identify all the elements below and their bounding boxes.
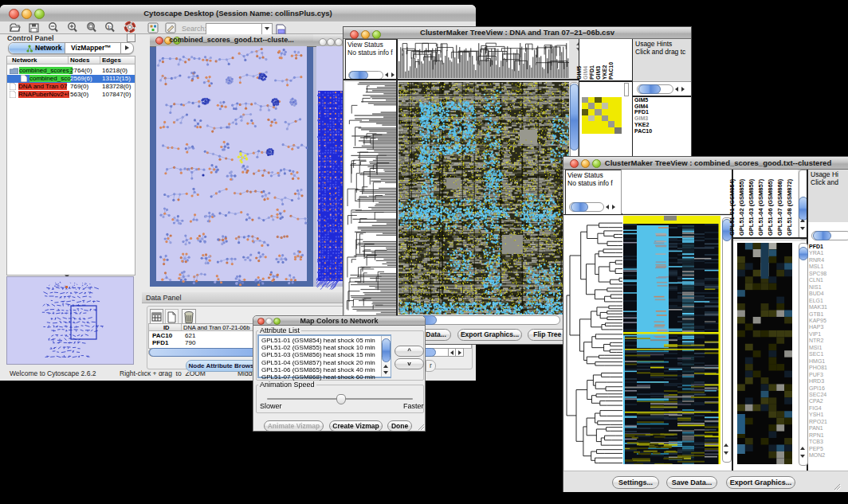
svg-text:1:: 1: (108, 25, 112, 29)
